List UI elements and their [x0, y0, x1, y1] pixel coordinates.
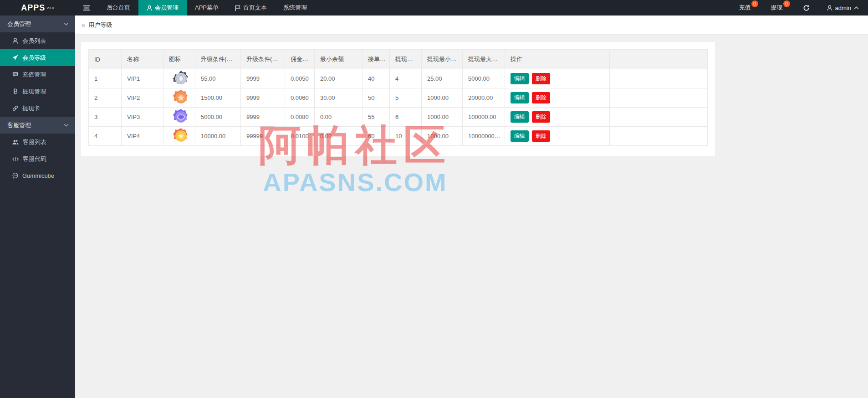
- tab-label: 后台首页: [107, 4, 130, 12]
- cell-withdraw-count: 5: [390, 88, 422, 108]
- tab-member-management[interactable]: 会员管理: [138, 0, 187, 16]
- person-icon: [827, 5, 832, 11]
- chevron-up-icon: [854, 6, 859, 10]
- delete-button[interactable]: 删除: [532, 92, 550, 103]
- app-logo: APPS V3.0: [0, 0, 75, 16]
- tab-label: 会员管理: [155, 4, 179, 12]
- sidebar-group-label: 会员管理: [7, 20, 31, 28]
- sidebar-toggle-button[interactable]: [75, 0, 98, 16]
- sidebar-item-label: 客服代码: [23, 155, 46, 163]
- flag-icon: [235, 5, 240, 11]
- username: admin: [835, 5, 851, 11]
- vip1-silver-medal-icon: [173, 70, 189, 87]
- watermark-domain-text: APASNS.COM: [173, 166, 537, 199]
- cell-name: VIP1: [122, 69, 163, 88]
- edit-button[interactable]: 编辑: [511, 130, 529, 142]
- cell-icon: [163, 108, 195, 127]
- withdraw-label: 提现: [771, 4, 783, 12]
- sidebar: 会员管理 会员列表 会员等级 充值管理 提现管理 提现卡 客服管理 客服列表 客…: [0, 16, 75, 398]
- cell-min-balance: 20.00: [315, 69, 363, 88]
- delete-button[interactable]: 删除: [532, 130, 550, 142]
- cell-withdraw-min: 25.00: [422, 69, 463, 88]
- cell-commission: 0.0100: [285, 127, 315, 146]
- edit-button[interactable]: 编辑: [511, 73, 529, 84]
- cell-id: 3: [89, 108, 122, 127]
- cell-actions: 编辑删除: [505, 69, 610, 88]
- cell-id: 2: [89, 88, 122, 108]
- tab-system-management[interactable]: 系统管理: [275, 0, 315, 16]
- cell-withdraw-min: 1000.00: [422, 88, 463, 108]
- cell-withdraw-count: 10: [390, 127, 422, 146]
- cell-upgrade-invite: 9999: [241, 88, 285, 108]
- cell-upgrade-balance: 1500.00: [195, 88, 241, 108]
- tab-dashboard[interactable]: 后台首页: [98, 0, 138, 16]
- cell-upgrade-invite: 99999: [241, 127, 285, 146]
- delete-button[interactable]: 删除: [532, 73, 550, 84]
- code-icon: [12, 156, 19, 162]
- sidebar-group-label: 客服管理: [7, 121, 31, 129]
- sidebar-item-gummicube[interactable]: Gummicube: [0, 167, 75, 184]
- sidebar-item-label: 会员等级: [22, 54, 46, 62]
- col-name: 名称: [122, 50, 163, 69]
- sidebar-item-member-list[interactable]: 会员列表: [0, 32, 75, 49]
- tab-app-menu[interactable]: APP菜单: [187, 0, 227, 16]
- sidebar-item-member-level[interactable]: 会员等级: [0, 49, 75, 66]
- link-icon: [12, 105, 18, 111]
- cell-icon: [163, 69, 195, 88]
- user-menu[interactable]: admin: [820, 0, 868, 16]
- cell-withdraw-max: 100000.00: [463, 108, 505, 127]
- recharge-notify-button[interactable]: 充值 0: [729, 0, 761, 16]
- cell-filler: [610, 88, 708, 108]
- edit-button[interactable]: 编辑: [511, 92, 529, 103]
- sidebar-item-recharge-management[interactable]: 充值管理: [0, 66, 75, 83]
- table-card: ID 名称 图标 升级条件(余额) 升级条件(邀请) 佣金比例 最小余额 接单次…: [81, 42, 715, 156]
- bitcoin-icon: [12, 88, 18, 94]
- cell-min-balance: 0.00: [315, 127, 363, 146]
- cell-min-balance: 30.00: [315, 88, 363, 108]
- cell-commission: 0.0080: [285, 108, 315, 127]
- table-row: 2 VIP2 1500.00 9999 0.0060 30.00 50 5 10…: [89, 88, 708, 108]
- tab-label: 系统管理: [283, 4, 307, 12]
- users-icon: [12, 139, 19, 145]
- sidebar-item-service-code[interactable]: 客服代码: [0, 150, 75, 167]
- person-icon: [147, 5, 152, 11]
- vip2-bronze-medal-icon: [173, 89, 189, 106]
- sidebar-item-withdraw-management[interactable]: 提现管理: [0, 83, 75, 100]
- cell-upgrade-invite: 9999: [241, 108, 285, 127]
- refresh-icon: [803, 5, 810, 11]
- cell-commission: 0.0050: [285, 69, 315, 88]
- cell-upgrade-balance: 5000.00: [195, 108, 241, 127]
- delete-button[interactable]: 删除: [532, 111, 550, 123]
- cell-filler: [610, 108, 708, 127]
- cell-id: 4: [89, 127, 122, 146]
- chevron-down-icon: [64, 124, 69, 127]
- recharge-badge: 0: [751, 0, 758, 7]
- breadcrumb: » 用户等级: [75, 16, 868, 35]
- sidebar-group-service-management[interactable]: 客服管理: [0, 117, 75, 134]
- table-header-row: ID 名称 图标 升级条件(余额) 升级条件(邀请) 佣金比例 最小余额 接单次…: [89, 50, 708, 69]
- sidebar-item-label: Gummicube: [22, 172, 54, 179]
- tab-label: APP菜单: [195, 4, 219, 12]
- cell-name: VIP2: [122, 88, 163, 108]
- sidebar-item-label: 客服列表: [23, 138, 46, 146]
- chevron-down-icon: [64, 22, 69, 26]
- vip3-purple-medal-icon: [173, 109, 189, 125]
- table-row: 4 VIP4 10000.00 99999 0.0100 0.00 60 10 …: [89, 127, 708, 146]
- edit-button[interactable]: 编辑: [511, 111, 529, 123]
- cell-withdraw-count: 4: [390, 69, 422, 88]
- withdraw-notify-button[interactable]: 提现 0: [761, 0, 793, 16]
- tab-home-text[interactable]: 首页文本: [227, 0, 275, 16]
- refresh-button[interactable]: [793, 0, 820, 16]
- cell-withdraw-min: 1000.00: [422, 108, 463, 127]
- cell-icon: [163, 88, 195, 108]
- cell-withdraw-max: 5000.00: [463, 69, 505, 88]
- sidebar-item-service-list[interactable]: 客服列表: [0, 134, 75, 150]
- sidebar-group-member-management[interactable]: 会员管理: [0, 16, 75, 32]
- cell-commission: 0.0060: [285, 88, 315, 108]
- col-actions: 操作: [505, 50, 610, 69]
- cell-withdraw-max: 100000000...: [463, 127, 505, 146]
- col-upgrade-balance: 升级条件(余额): [195, 50, 241, 69]
- cell-withdraw-count: 6: [390, 108, 422, 127]
- app-logo-text: APPS: [21, 3, 45, 13]
- sidebar-item-withdraw-card[interactable]: 提现卡: [0, 100, 75, 117]
